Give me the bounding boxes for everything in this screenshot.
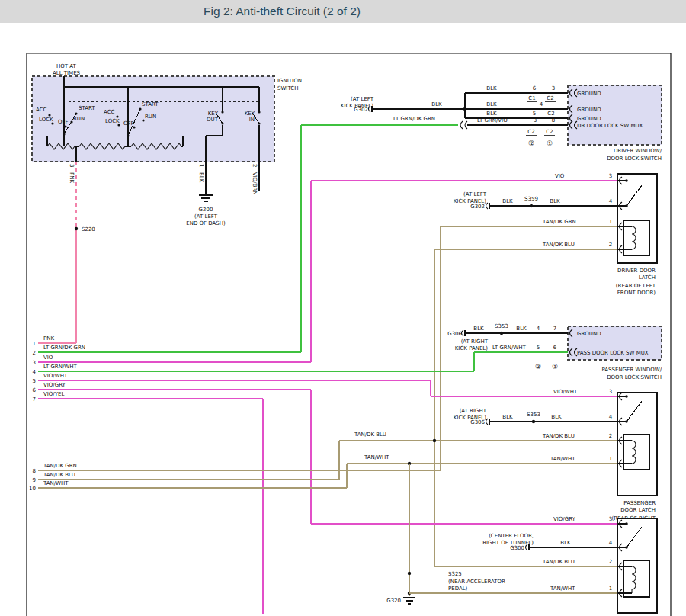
- passenger-switch-row1: GROUND: [577, 331, 601, 337]
- pin-wire-9: TAN/DK BLU: [43, 472, 75, 478]
- g306-location-2: KICK PANEL): [455, 345, 488, 351]
- row4-circle-b: ①: [547, 140, 553, 147]
- row4-pin-a: 3: [534, 117, 537, 124]
- splice-s325-location: (NEAR ACCELERATOR: [448, 579, 505, 585]
- g306-connector-icon: [462, 330, 466, 336]
- driver-latch-pin3: 3: [609, 173, 612, 179]
- g300-location: (CENTER FLOOR,: [489, 533, 534, 539]
- blk-label-a: BLK: [473, 326, 484, 332]
- driver-latch-caption-4: FRONT DOOR): [617, 290, 656, 296]
- sw2-acc-label: ACC: [104, 109, 115, 115]
- ignition-switch: HOT AT ALL TIMES IGNITION SWITCH: [32, 63, 302, 343]
- vio-wht-label: VIO/WHT: [553, 389, 578, 395]
- passenger-latch-pin4: 4: [609, 414, 613, 420]
- blk-label-b: BLK: [550, 198, 560, 204]
- passenger-switch-row2: PASS DOOR LOCK SW MUX: [577, 350, 649, 356]
- passenger-circle-a: ②: [535, 363, 541, 371]
- third-latch-pin1: 1: [609, 586, 612, 592]
- passenger-latch-caption-2: DOOR LATCH: [620, 507, 656, 513]
- pin-wire-5: VIO/WHT: [43, 373, 68, 379]
- g300-label: G300: [510, 545, 524, 551]
- sw2-off-label: OFF: [123, 120, 134, 127]
- ground-g320-icon: [403, 598, 415, 604]
- passenger-switch-pin7: 7: [553, 326, 556, 332]
- blk-label-b: BLK: [516, 326, 527, 332]
- driver-latch-pin4: 4: [609, 198, 613, 204]
- driver-switch-row2: GROUND: [577, 107, 601, 113]
- splice-s359-dot: [530, 204, 533, 207]
- ground-g320-label: G320: [386, 598, 401, 604]
- pin-wire-1: PNK: [43, 335, 54, 342]
- driver-switch-row3: GROUND: [577, 116, 601, 122]
- third-latch-pin3: 3: [609, 516, 612, 522]
- g302-latch-location: (AT LEFT: [463, 191, 487, 197]
- pin-wire-2: LT GRN/DK GRN: [43, 345, 85, 351]
- third-latch-pin4: 4: [609, 540, 613, 546]
- splice-s325-dot: [408, 572, 411, 575]
- left-connector-pins: 1 PNK 2 LT GRN/DK GRN 3 VIO 4 LT GRN/WHT…: [29, 335, 474, 614]
- g302-label: G302: [354, 107, 368, 113]
- wire-pnk: [75, 162, 78, 343]
- row1-pin-b: 3: [552, 85, 555, 91]
- splice-s325-label: S325: [448, 571, 462, 577]
- tan-dk-blu-label-left: TAN/DK BLU: [354, 432, 386, 438]
- row3-pin: 5: [533, 111, 536, 117]
- viobrn-pin-number: 2: [252, 164, 258, 167]
- g302-latch-label: G302: [470, 204, 485, 210]
- passenger-door-latch: VIO/WHT 3 (AT RIGHT KICK PANEL) G306 BLK…: [339, 389, 657, 528]
- row4-pin-b: 8: [552, 117, 555, 124]
- row1-conn-b: C2: [547, 95, 553, 101]
- tan-dk-blu-label: TAN/DK BLU: [542, 433, 575, 439]
- driver-switch-row4: DR DOOR LOCK SW MUX: [577, 123, 643, 129]
- g306-latch-connector-icon: [486, 419, 490, 425]
- ground-g200-label: G200: [199, 207, 213, 213]
- wire-tan-wht-trunk: [408, 464, 411, 596]
- pin-wire-4: LT GRN/WHT: [43, 364, 78, 370]
- pin-number-7: 7: [33, 396, 36, 403]
- key-in-label-2: IN: [249, 117, 255, 123]
- passenger-latch-pin1: 1: [609, 456, 612, 462]
- driver-latch-pin2: 2: [609, 242, 612, 248]
- viobrn-wire-label: VIO/BRN: [252, 172, 258, 195]
- tan-dk-blu-junction-dot: [433, 439, 436, 442]
- passenger-circle-b: ①: [552, 363, 558, 371]
- g300-location-2: RIGHT OF TUNNEL): [482, 540, 534, 546]
- row2-wire-label: BLK: [486, 101, 497, 107]
- pin-wire-3: VIO: [43, 355, 53, 361]
- blk-label: BLK: [560, 540, 571, 546]
- ignition-switch-label-2: SWITCH: [277, 85, 298, 91]
- driver-switch-blk-wires: [372, 93, 568, 118]
- tan-dk-grn-label: TAN/DK GRN: [542, 219, 576, 225]
- sw1-acc-label: ACC: [36, 107, 47, 113]
- tan-dk-blu-label: TAN/DK BLU: [542, 559, 575, 565]
- driver-latch-pin1: 1: [609, 219, 612, 225]
- tan-dk-blu-label: TAN/DK BLU: [542, 242, 575, 248]
- tan-wht-label-left: TAN/WHT: [364, 454, 389, 460]
- passenger-switch-pin6: 6: [553, 345, 557, 351]
- splice-s325-location-2: PEDAL): [448, 586, 468, 592]
- passenger-switch-caption: PASSENGER WINDOW/: [602, 367, 662, 373]
- splice-s353-dot: [500, 332, 503, 335]
- pin-number-9: 9: [33, 477, 36, 483]
- passenger-switch-pin5: 5: [537, 345, 540, 351]
- passenger-latch-pin2: 2: [609, 433, 612, 439]
- splice-s220-dot: [75, 227, 78, 230]
- passenger-switch-pin4: 4: [537, 326, 540, 332]
- blk-pin-number: 1: [198, 164, 204, 167]
- pnk-pin-number: 3: [69, 164, 75, 167]
- sw2-lock-label: LOCK: [105, 118, 120, 124]
- pin-number-1: 1: [33, 341, 36, 347]
- driver-switch-caption-2: DOOR LOCK SWITCH: [607, 156, 662, 162]
- pnk-wire-label: PNK: [69, 172, 75, 183]
- blk-feed-label: BLK: [431, 101, 442, 107]
- driver-switch-caption: DRIVER WINDOW/: [614, 148, 662, 154]
- row4-circle-a: ②: [528, 140, 534, 147]
- row1-wire-label: BLK: [486, 85, 497, 91]
- pin-number-5: 5: [33, 378, 36, 384]
- ground-g200-loc: (AT LEFT: [194, 213, 218, 220]
- key-in-label: KEY: [245, 111, 255, 117]
- driver-latch-caption-2: LATCH: [639, 274, 656, 281]
- hot-at-label-2: ALL TIMES: [53, 70, 81, 76]
- row4-conn-a: C2: [527, 129, 534, 135]
- lt-grn-wht-label: LT GRN/WHT: [492, 345, 527, 351]
